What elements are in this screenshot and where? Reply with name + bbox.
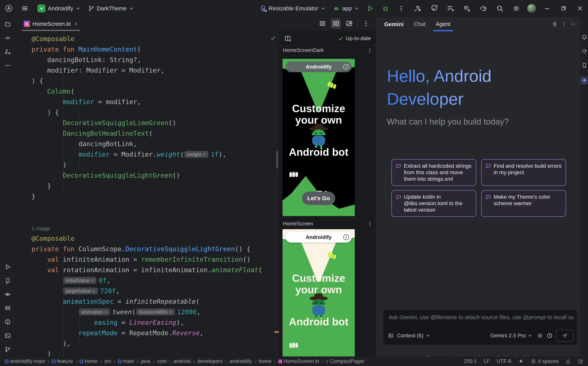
apply-changes-button[interactable]: A (429, 3, 439, 14)
breadcrumb-item[interactable]: main (118, 358, 134, 364)
code-line[interactable]: initialValue =0f, (31, 275, 262, 286)
user-avatar[interactable] (527, 4, 536, 13)
suggestion-card[interactable]: Update kotlin in @libs.version.toml to t… (391, 190, 476, 217)
editor-scrollbar[interactable] (276, 151, 278, 168)
preview-name-light[interactable]: HomeScreen (283, 221, 313, 227)
code-line[interactable]: ) { (31, 107, 262, 118)
code-line[interactable]: val rotationAnimation = infiniteAnimatio… (31, 265, 262, 275)
code-line[interactable]: ) (31, 160, 262, 170)
preview-canvas-homescreen[interactable]: Androidify i Customize your own Android … (283, 229, 355, 357)
suggestion-card[interactable]: Extract all hardcoded strings from this … (391, 159, 476, 186)
code-line[interactable] (31, 212, 262, 223)
code-line[interactable]: ) (31, 349, 262, 357)
code-line[interactable]: ), (31, 338, 262, 349)
close-tab-icon[interactable] (73, 21, 78, 26)
history-button[interactable] (546, 332, 553, 339)
code-line[interactable]: @Composable (31, 34, 262, 44)
version-control-tool-button[interactable] (4, 346, 11, 353)
code-line[interactable]: modifier: Modifier = Modifier, (31, 65, 262, 76)
close-window-button[interactable] (575, 3, 585, 14)
layout-inspector-tool-button[interactable] (4, 291, 11, 297)
code-line[interactable]: @Composable (31, 233, 262, 244)
tab-agent[interactable]: Agent (436, 17, 450, 31)
code-line[interactable]: modifier = Modifier.weight(weight =1f), (31, 149, 262, 160)
gemini-options-button[interactable] (561, 21, 567, 27)
minimize-window-button[interactable] (542, 3, 552, 14)
model-selector[interactable]: Gemini 2.5 Pro (490, 333, 526, 339)
breadcrumb-item[interactable]: developers (198, 358, 223, 364)
tab-chat[interactable]: Chat (414, 17, 425, 31)
hide-panel-button[interactable] (570, 21, 576, 27)
preview-canvas-homescreendark[interactable]: Androidify i Customize your own Android … (283, 59, 355, 216)
send-button[interactable] (556, 329, 573, 342)
file-lock-toggle[interactable] (565, 359, 571, 364)
settings-button[interactable] (511, 3, 521, 14)
gemini-input-box[interactable]: Ask Gemini, use @filename to attach sour… (383, 309, 578, 345)
suggestion-card[interactable]: Make my Theme's color scheme warmer (481, 190, 566, 217)
terminal-tool-button[interactable] (4, 332, 11, 339)
split-view-button[interactable] (331, 19, 341, 29)
code-line[interactable]: dancingBotLink, (31, 139, 262, 149)
inspections-ok-icon[interactable] (270, 35, 276, 41)
build-button[interactable] (412, 3, 423, 14)
code-line[interactable]: val infiniteAnimation = rememberInfinite… (31, 254, 262, 265)
maximize-window-button[interactable] (558, 3, 569, 14)
problems-tool-button[interactable] (4, 319, 11, 325)
code-line[interactable]: private fun ColumnScope.DecorativeSquigg… (31, 244, 262, 254)
project-selector[interactable]: Androidify (36, 4, 81, 12)
code-content[interactable]: @Composableprivate fun MainHomeContent( … (31, 34, 262, 357)
search-everywhere-button[interactable] (494, 3, 505, 14)
code-line[interactable]: repeatMode = RepeatMode.Reverse, (31, 328, 262, 338)
breadcrumb-item[interactable]: HomeScreen.kt (278, 358, 319, 364)
info-icon[interactable]: i (343, 64, 349, 70)
attach-debugger-button[interactable] (462, 3, 472, 14)
editor-options-button[interactable] (361, 19, 371, 28)
ai-spark-icon[interactable] (518, 358, 524, 364)
context-selector[interactable]: Context (6) (388, 333, 429, 339)
code-line[interactable]: } (31, 191, 262, 202)
code-line[interactable]: modifier = modifier, (31, 97, 262, 107)
tab-homescreen-kt[interactable]: K HomeScreen.kt (21, 17, 81, 31)
code-line[interactable]: 1 Usage (31, 223, 262, 233)
code-line[interactable]: private fun MainHomeContent( (31, 44, 262, 55)
breadcrumb-item[interactable]: home (259, 358, 272, 364)
run-configuration-selector[interactable]: app (331, 5, 359, 12)
more-tool-windows-button[interactable] (4, 62, 11, 69)
code-line[interactable]: easing = LinearEasing), (31, 317, 262, 328)
project-tool-button[interactable] (4, 21, 11, 28)
logcat-tool-button[interactable] (4, 305, 11, 311)
code-line[interactable] (31, 202, 262, 212)
code-line[interactable]: Column( (31, 86, 262, 97)
code-line[interactable]: DancingBotHeadlineText( (31, 128, 262, 139)
debug-button[interactable] (380, 3, 391, 14)
device-manager-t ool-button[interactable] (581, 62, 588, 69)
commit-tool-button[interactable] (4, 35, 11, 41)
caret-position[interactable]: 255:1 (464, 358, 477, 364)
gemini-tool-button[interactable] (580, 76, 588, 84)
delete-conversation-button[interactable] (552, 21, 558, 27)
main-menu-button[interactable] (19, 3, 30, 14)
code-line[interactable]: dancingBotLink: String?, (31, 55, 262, 65)
panel-layout-toggle[interactable] (578, 359, 583, 364)
file-encoding[interactable]: UTF-8 (496, 358, 511, 364)
breadcrumb-item[interactable]: androidify (229, 358, 252, 364)
running-devices-tool-button[interactable] (4, 277, 11, 284)
lets-go-button[interactable]: Let's Go (302, 192, 335, 205)
code-line[interactable]: animationSpec = infiniteRepeatable( (31, 296, 262, 307)
breadcrumb-item[interactable]: home (80, 358, 98, 364)
breadcrumb-item[interactable]: ƒCompactPager (326, 358, 364, 364)
device-selector[interactable]: Resizable Emulator (258, 5, 326, 12)
gemini-settings-button[interactable] (537, 332, 543, 339)
code-view-button[interactable] (318, 19, 328, 29)
indent-setting[interactable]: 4 spaces (531, 358, 558, 364)
code-line[interactable]: animation =tween(durationMillis =12000, (31, 307, 262, 317)
code-editor[interactable]: @Composableprivate fun MainHomeContent( … (15, 31, 279, 357)
code-line[interactable]: } (31, 181, 262, 191)
code-line[interactable]: ) { (31, 76, 262, 86)
preview-menu-icon[interactable] (367, 47, 373, 53)
design-view-button[interactable] (344, 19, 354, 29)
branch-selector[interactable]: DarkTheme (86, 5, 135, 12)
breadcrumb-item[interactable]: feature (52, 358, 73, 364)
breadcrumb-item[interactable]: java (141, 358, 150, 364)
breadcrumb-item[interactable]: com (157, 358, 167, 364)
